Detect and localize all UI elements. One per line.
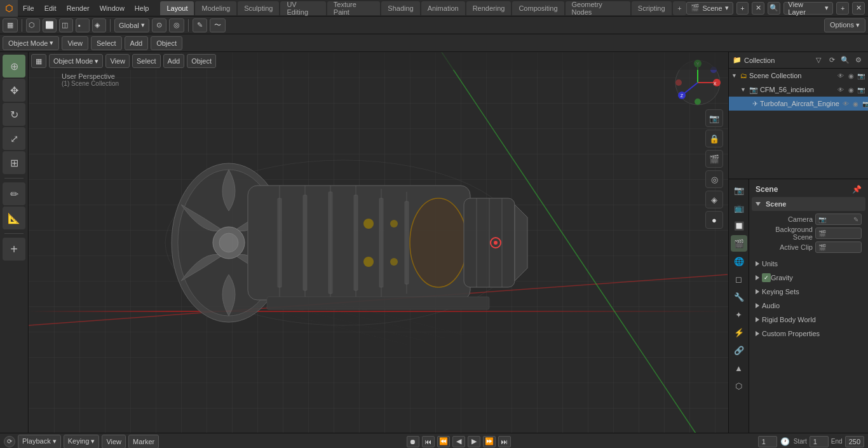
scene-new-btn[interactable]: +	[736, 2, 749, 15]
tab-uv-editing[interactable]: UV Editing	[280, 1, 325, 15]
turbofan-vis-render[interactable]: 📷	[862, 99, 868, 108]
outliner-scene-collection[interactable]: ▼ 🗂 Scene Collection 👁 ◉ 📷	[729, 69, 868, 83]
proportional-btn[interactable]: ◎	[169, 18, 184, 32]
constraints-props-icon[interactable]: 🔗	[731, 342, 747, 358]
timeline-view-btn[interactable]: View	[102, 435, 126, 449]
options-btn[interactable]: Options ▾	[824, 18, 865, 32]
move-tool-btn[interactable]: ✥	[3, 79, 25, 102]
view-camera-btn[interactable]: 📷	[705, 109, 723, 127]
audio-section[interactable]: Audio	[752, 299, 865, 313]
scale-tool-btn[interactable]: ⤢	[3, 127, 25, 150]
view-layer-selector[interactable]: View Layer ▾	[783, 2, 833, 15]
tab-shading[interactable]: Shading	[381, 1, 419, 15]
add-primitive-btn[interactable]: +	[3, 238, 25, 261]
tab-scripting[interactable]: Scripting	[632, 1, 672, 15]
next-keyframe-btn[interactable]: ⏩	[483, 436, 496, 447]
custom-properties-section[interactable]: Custom Properties	[752, 327, 865, 341]
camera-value-field[interactable]: 📷 ✎	[815, 214, 862, 225]
grease-pencil-btn[interactable]: ✎	[193, 18, 207, 32]
object-mode-btn[interactable]: Object Mode ▾	[3, 36, 59, 50]
view-menu-btn[interactable]: View	[62, 36, 88, 50]
tab-sculpting[interactable]: Sculpting	[238, 1, 279, 15]
physics-props-icon[interactable]: ⚡	[731, 324, 747, 341]
transform-pivot-btn[interactable]: Global ▾	[114, 18, 149, 32]
menu-window[interactable]: Window	[95, 0, 130, 17]
jump-to-start-btn[interactable]: ⏮	[422, 436, 435, 447]
transform-tool-btn[interactable]: ⊞	[3, 151, 25, 174]
scene-vis-select[interactable]: ◉	[846, 71, 855, 80]
tab-rendering[interactable]: Rendering	[466, 1, 512, 15]
view-lock-btn[interactable]: 🔒	[705, 130, 723, 147]
menu-edit[interactable]: Edit	[39, 0, 62, 17]
menu-help[interactable]: Help	[130, 0, 154, 17]
playback-btn[interactable]: Playback ▾	[18, 435, 61, 449]
viewport[interactable]: User Perspective (1) Scene Collection X …	[29, 52, 728, 433]
view-layer-new-btn[interactable]: +	[836, 2, 849, 15]
object-mode-icon[interactable]: ⬡	[26, 18, 40, 32]
viewport-shade-solid[interactable]: ●	[705, 211, 723, 229]
start-frame-field[interactable]: 1	[810, 436, 829, 447]
tab-layout[interactable]: Layout	[160, 1, 194, 15]
scene-vis-eye[interactable]: 👁	[836, 71, 845, 80]
measure-tool-btn[interactable]: 📐	[3, 207, 25, 229]
view-overlay-btn[interactable]: ◎	[705, 170, 723, 188]
rotate-tool-btn[interactable]: ↻	[3, 103, 25, 126]
turbofan-vis-select[interactable]: ◉	[851, 99, 860, 108]
tab-texture-paint[interactable]: Texture Paint	[327, 1, 381, 15]
snap-btn[interactable]: ⊙	[152, 18, 166, 32]
end-frame-field[interactable]: 250	[845, 436, 864, 447]
view-xray-btn[interactable]: ◈	[705, 191, 723, 208]
vp-editor-type[interactable]: ▦	[31, 54, 46, 68]
gravity-checkbox[interactable]: ✓	[762, 273, 771, 282]
render-props-icon[interactable]: 📷	[731, 182, 747, 198]
object-props-icon[interactable]: ◻	[731, 271, 747, 287]
turbofan-vis-eye[interactable]: 👁	[841, 99, 850, 108]
tab-geometry-nodes[interactable]: Geometry Nodes	[566, 1, 630, 15]
cfm56-vis-select[interactable]: ◉	[846, 85, 855, 94]
scene-delete-btn[interactable]: ✕	[752, 2, 764, 15]
jump-to-end-btn[interactable]: ⏭	[498, 436, 511, 447]
outliner-filter-icon[interactable]: ▽	[813, 55, 824, 66]
gravity-section[interactable]: ✓ Gravity	[752, 271, 865, 285]
timeline-editor-type[interactable]: ⟳	[4, 436, 15, 447]
scene-props-icon[interactable]: 🎬	[731, 235, 747, 252]
data-props-icon[interactable]: ▲	[731, 360, 747, 376]
vp-mode-select[interactable]: Object Mode ▾	[49, 54, 103, 68]
scene-vis-render[interactable]: 📷	[857, 71, 865, 80]
object-menu-btn[interactable]: Object	[151, 36, 182, 50]
keying-sets-section[interactable]: Keying Sets	[752, 285, 865, 299]
tab-compositing[interactable]: Compositing	[512, 1, 564, 15]
search-icon[interactable]: 🔍	[768, 2, 780, 15]
viewport-shading-2[interactable]: ◫	[59, 18, 73, 32]
background-scene-field[interactable]: 🎬	[815, 227, 862, 239]
outliner-turbofan[interactable]: ✈ Turbofan_Aircraft_Engine 👁 ◉ 📷	[729, 97, 868, 111]
outliner-sync-icon[interactable]: ⟳	[826, 55, 837, 66]
view-layer-delete-btn[interactable]: ✕	[852, 2, 865, 15]
play-btn[interactable]: ▶	[468, 436, 480, 447]
cursor-tool-btn[interactable]: ⊕	[3, 55, 25, 78]
scene-section-header[interactable]: Scene	[752, 197, 865, 211]
scene-selector[interactable]: 🎬 Scene ▾	[686, 2, 733, 15]
viewport-shading-4[interactable]: ◈	[92, 18, 106, 32]
play-reverse-btn[interactable]: ◀	[452, 436, 465, 447]
outliner-search-icon[interactable]: 🔍	[839, 55, 851, 66]
tab-animation[interactable]: Animation	[421, 1, 465, 15]
output-props-icon[interactable]: 📺	[731, 200, 747, 216]
annotate-tool-btn[interactable]: ✏	[3, 182, 25, 205]
current-frame-field[interactable]: 1	[758, 436, 777, 447]
viewport-shading-1[interactable]: ⬜	[43, 18, 57, 32]
annotate-curve-btn[interactable]: 〜	[210, 18, 226, 32]
menu-file[interactable]: File	[18, 0, 39, 17]
tab-modeling[interactable]: Modeling	[195, 1, 236, 15]
editor-type-btn[interactable]: ▦	[3, 18, 18, 32]
timeline-marker-btn[interactable]: Marker	[128, 435, 159, 449]
add-menu-btn[interactable]: Add	[125, 36, 149, 50]
world-props-icon[interactable]: 🌐	[731, 253, 747, 269]
vp-add-menu[interactable]: Add	[163, 54, 185, 68]
menu-render[interactable]: Render	[62, 0, 95, 17]
vp-select-menu[interactable]: Select	[132, 54, 161, 68]
prev-keyframe-btn[interactable]: ⏪	[437, 436, 450, 447]
view-layer-props-icon[interactable]: 🔲	[731, 217, 747, 234]
material-props-icon[interactable]: ⬡	[731, 377, 747, 394]
props-pin-icon[interactable]: 📌	[851, 184, 862, 194]
